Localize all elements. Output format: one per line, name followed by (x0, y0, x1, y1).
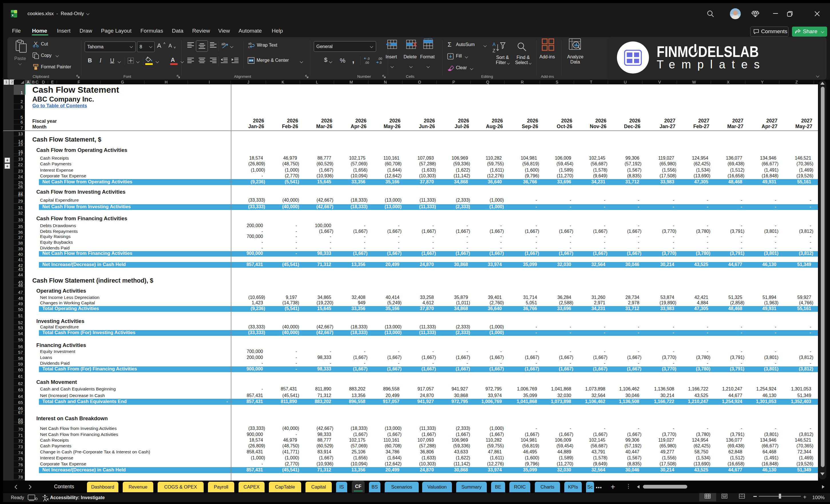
svg-text:FINMODELSLAB: FINMODELSLAB (657, 43, 759, 60)
svg-text:ab: ab (248, 42, 252, 45)
svg-text:.0: .0 (367, 57, 370, 60)
svg-text:.0: .0 (379, 61, 382, 64)
svg-text:.00: .00 (378, 57, 382, 60)
svg-text:Z: Z (492, 48, 496, 53)
svg-text:A: A (492, 42, 496, 47)
svg-text:c: c (248, 45, 250, 49)
svg-text:.00: .00 (365, 61, 369, 64)
svg-text:ab: ab (221, 42, 225, 46)
svg-text:x: x (11, 13, 14, 17)
